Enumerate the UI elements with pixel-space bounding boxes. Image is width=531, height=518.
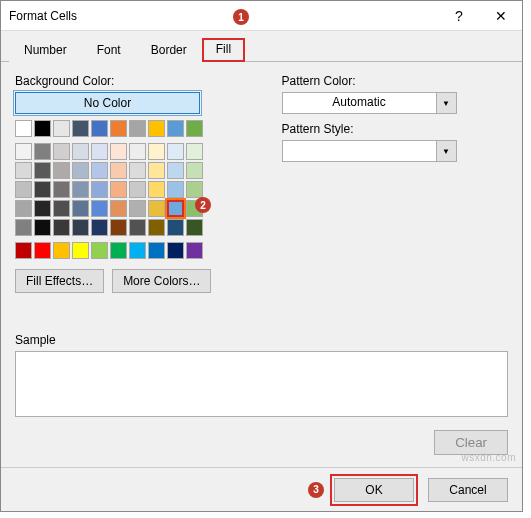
ok-highlight: OK xyxy=(330,474,418,506)
ok-button[interactable]: OK xyxy=(334,478,414,502)
swatch-tint-0-9[interactable] xyxy=(186,143,203,160)
sample-preview xyxy=(15,351,508,417)
swatch-tint-0-4[interactable] xyxy=(91,143,108,160)
tab-font[interactable]: Font xyxy=(82,38,136,62)
swatch-tint-4-8[interactable] xyxy=(167,219,184,236)
pattern-style-dropdown[interactable]: ▼ xyxy=(282,140,457,162)
swatch-theme-1[interactable] xyxy=(34,120,51,137)
tab-border[interactable]: Border xyxy=(136,38,202,62)
swatch-theme-8[interactable] xyxy=(167,120,184,137)
swatch-tint-3-1[interactable] xyxy=(34,200,51,217)
pattern-color-dropdown[interactable]: Automatic ▼ xyxy=(282,92,457,114)
swatch-theme-5[interactable] xyxy=(110,120,127,137)
swatch-tint-2-5[interactable] xyxy=(110,181,127,198)
sample-section: Sample xyxy=(15,333,508,417)
swatch-tint-2-4[interactable] xyxy=(91,181,108,198)
swatch-tint-3-3[interactable] xyxy=(72,200,89,217)
swatch-tint-1-6[interactable] xyxy=(129,162,146,179)
swatch-tint-0-0[interactable] xyxy=(15,143,32,160)
swatch-tint-4-3[interactable] xyxy=(72,219,89,236)
dialog-footer: 3 OK Cancel xyxy=(1,467,522,511)
swatch-standard-9[interactable] xyxy=(186,242,203,259)
swatch-tint-2-1[interactable] xyxy=(34,181,51,198)
swatch-tint-0-2[interactable] xyxy=(53,143,70,160)
swatch-theme-9[interactable] xyxy=(186,120,203,137)
swatch-standard-8[interactable] xyxy=(167,242,184,259)
chevron-down-icon: ▼ xyxy=(436,93,456,113)
swatch-tint-1-9[interactable] xyxy=(186,162,203,179)
swatch-theme-6[interactable] xyxy=(129,120,146,137)
swatch-tint-1-0[interactable] xyxy=(15,162,32,179)
dialog-content: Background Color: No Color 2 Fill Effect… xyxy=(1,62,522,305)
palette-standard-row xyxy=(15,242,242,259)
swatch-tint-2-9[interactable] xyxy=(186,181,203,198)
swatch-tint-2-2[interactable] xyxy=(53,181,70,198)
swatch-tint-2-8[interactable] xyxy=(167,181,184,198)
swatch-tint-1-1[interactable] xyxy=(34,162,51,179)
swatch-tint-0-5[interactable] xyxy=(110,143,127,160)
swatch-standard-4[interactable] xyxy=(91,242,108,259)
fill-effects-button[interactable]: Fill Effects… xyxy=(15,269,104,293)
callout-1: 1 xyxy=(233,9,249,25)
cancel-button[interactable]: Cancel xyxy=(428,478,508,502)
swatch-tint-3-4[interactable] xyxy=(91,200,108,217)
label-sample: Sample xyxy=(15,333,508,347)
swatch-standard-2[interactable] xyxy=(53,242,70,259)
help-button[interactable]: ? xyxy=(438,1,480,31)
swatch-theme-7[interactable] xyxy=(148,120,165,137)
swatch-tint-1-4[interactable] xyxy=(91,162,108,179)
swatch-tint-0-8[interactable] xyxy=(167,143,184,160)
label-pattern-color: Pattern Color: xyxy=(282,74,509,88)
palette-tint-grid: 2 xyxy=(15,143,242,236)
swatch-standard-3[interactable] xyxy=(72,242,89,259)
swatch-theme-3[interactable] xyxy=(72,120,89,137)
tab-number[interactable]: Number xyxy=(9,38,82,62)
swatch-tint-3-5[interactable] xyxy=(110,200,127,217)
swatch-tint-1-2[interactable] xyxy=(53,162,70,179)
swatch-theme-4[interactable] xyxy=(91,120,108,137)
swatch-tint-0-7[interactable] xyxy=(148,143,165,160)
swatch-tint-2-7[interactable] xyxy=(148,181,165,198)
no-color-button[interactable]: No Color xyxy=(15,92,200,114)
callout-3: 3 xyxy=(308,482,324,498)
swatch-tint-3-6[interactable] xyxy=(129,200,146,217)
swatch-standard-5[interactable] xyxy=(110,242,127,259)
palette-theme-row xyxy=(15,120,242,137)
pattern-color-value: Automatic xyxy=(283,93,436,113)
swatch-standard-7[interactable] xyxy=(148,242,165,259)
swatch-tint-4-7[interactable] xyxy=(148,219,165,236)
swatch-tint-4-5[interactable] xyxy=(110,219,127,236)
swatch-tint-4-9[interactable] xyxy=(186,219,203,236)
dialog-title: Format Cells xyxy=(9,9,438,23)
swatch-theme-0[interactable] xyxy=(15,120,32,137)
swatch-tint-3-2[interactable] xyxy=(53,200,70,217)
col-background: Background Color: No Color 2 Fill Effect… xyxy=(15,74,242,293)
swatch-tint-0-3[interactable] xyxy=(72,143,89,160)
pattern-style-value xyxy=(283,141,436,161)
watermark: wsxdn.com xyxy=(461,452,516,463)
swatch-tint-4-0[interactable] xyxy=(15,219,32,236)
swatch-tint-1-5[interactable] xyxy=(110,162,127,179)
swatch-theme-2[interactable] xyxy=(53,120,70,137)
swatch-tint-3-8[interactable] xyxy=(167,200,184,217)
swatch-tint-4-1[interactable] xyxy=(34,219,51,236)
swatch-tint-1-7[interactable] xyxy=(148,162,165,179)
more-colors-button[interactable]: More Colors… xyxy=(112,269,211,293)
swatch-tint-2-6[interactable] xyxy=(129,181,146,198)
swatch-tint-2-0[interactable] xyxy=(15,181,32,198)
swatch-tint-0-1[interactable] xyxy=(34,143,51,160)
swatch-standard-1[interactable] xyxy=(34,242,51,259)
swatch-standard-0[interactable] xyxy=(15,242,32,259)
swatch-tint-2-3[interactable] xyxy=(72,181,89,198)
swatch-tint-3-0[interactable] xyxy=(15,200,32,217)
swatch-tint-1-3[interactable] xyxy=(72,162,89,179)
swatch-tint-4-6[interactable] xyxy=(129,219,146,236)
swatch-tint-0-6[interactable] xyxy=(129,143,146,160)
swatch-tint-1-8[interactable] xyxy=(167,162,184,179)
swatch-tint-4-4[interactable] xyxy=(91,219,108,236)
swatch-tint-4-2[interactable] xyxy=(53,219,70,236)
close-button[interactable]: ✕ xyxy=(480,1,522,31)
tab-fill[interactable]: Fill xyxy=(202,38,245,62)
swatch-tint-3-7[interactable] xyxy=(148,200,165,217)
swatch-standard-6[interactable] xyxy=(129,242,146,259)
